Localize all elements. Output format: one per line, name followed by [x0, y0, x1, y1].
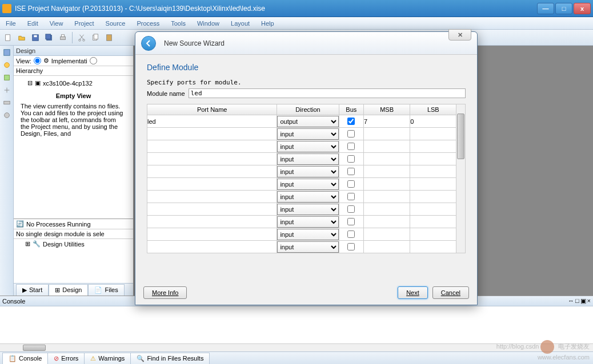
console-dock-icon[interactable]: ↔: [568, 297, 574, 305]
bus-checkbox[interactable]: [347, 243, 355, 250]
console-close-icon[interactable]: ×: [587, 297, 591, 305]
menu-layout[interactable]: Layout: [229, 19, 252, 28]
direction-cell[interactable]: outputinput: [277, 140, 339, 153]
bus-checkbox[interactable]: [347, 118, 355, 125]
port-name-cell[interactable]: led: [147, 115, 277, 128]
msb-cell[interactable]: [363, 228, 410, 241]
col-bus[interactable]: Bus: [339, 104, 363, 115]
direction-select[interactable]: outputinput: [277, 179, 338, 190]
lsb-cell[interactable]: [410, 165, 456, 178]
open-icon[interactable]: [16, 32, 27, 43]
save-icon[interactable]: [30, 32, 41, 43]
direction-select[interactable]: outputinput: [277, 153, 338, 165]
bus-checkbox[interactable]: [347, 155, 355, 163]
port-name-cell[interactable]: [147, 140, 277, 153]
console-hscroll-thumb[interactable]: [23, 345, 46, 351]
lsb-cell[interactable]: [410, 191, 456, 203]
port-name-cell[interactable]: [147, 228, 277, 241]
msb-cell[interactable]: [363, 216, 410, 228]
col-lsb[interactable]: LSB: [410, 104, 456, 115]
paste-icon[interactable]: [103, 32, 115, 43]
col-direction[interactable]: Direction: [277, 104, 339, 115]
port-name-cell[interactable]: [147, 128, 277, 140]
bus-cell[interactable]: [339, 178, 363, 191]
msb-cell[interactable]: [363, 153, 410, 165]
impl-radio[interactable]: [34, 57, 41, 64]
ctab-find[interactable]: 🔍Find in Files Results: [130, 353, 210, 364]
module-name-input[interactable]: [189, 88, 466, 98]
menu-project[interactable]: Project: [72, 19, 96, 28]
save-all-icon[interactable]: [43, 32, 55, 43]
port-name-cell[interactable]: [147, 153, 277, 165]
port-name-cell[interactable]: [147, 165, 277, 178]
bus-cell[interactable]: [339, 165, 363, 178]
left-tool-6[interactable]: [1, 110, 13, 121]
msb-cell[interactable]: [363, 191, 410, 203]
design-utilities-row[interactable]: ⊞ 🔧 Design Utilities: [14, 239, 133, 249]
left-tool-5[interactable]: [1, 97, 13, 108]
port-name-cell[interactable]: [147, 241, 277, 253]
print-icon[interactable]: [57, 32, 69, 43]
device-tree-item[interactable]: ⊟ ▣ xc3s100e-4cp132: [16, 78, 131, 88]
collapse-icon[interactable]: ⊟: [27, 79, 33, 87]
direction-cell[interactable]: outputinput: [277, 128, 339, 140]
msb-cell[interactable]: 7: [363, 115, 410, 128]
direction-cell[interactable]: outputinput: [277, 191, 339, 203]
wizard-close-button[interactable]: ✕: [448, 29, 471, 41]
col-port-name[interactable]: Port Name: [147, 104, 277, 115]
direction-cell[interactable]: outputinput: [277, 153, 339, 165]
left-tool-4[interactable]: [1, 84, 13, 96]
cancel-button[interactable]: Cancel: [432, 286, 469, 299]
port-name-cell[interactable]: [147, 216, 277, 228]
sim-radio[interactable]: [90, 57, 97, 64]
tab-files[interactable]: 📄Files: [88, 284, 124, 296]
ctab-errors[interactable]: ⊘Errors: [47, 353, 85, 364]
bus-cell[interactable]: [339, 153, 363, 165]
direction-cell[interactable]: outputinput: [277, 216, 339, 228]
ctab-warnings[interactable]: ⚠Warnings: [84, 353, 131, 364]
port-name-cell[interactable]: [147, 191, 277, 203]
direction-cell[interactable]: outputinput: [277, 115, 339, 128]
left-tool-3[interactable]: [1, 72, 13, 83]
bus-cell[interactable]: [339, 140, 363, 153]
maximize-button[interactable]: □: [555, 3, 572, 14]
tab-start[interactable]: ▶Start: [16, 284, 49, 296]
msb-cell[interactable]: [363, 140, 410, 153]
port-name-cell[interactable]: [147, 178, 277, 191]
bus-checkbox[interactable]: [347, 130, 355, 137]
msb-cell[interactable]: [363, 128, 410, 140]
direction-select[interactable]: outputinput: [277, 216, 338, 228]
direction-cell[interactable]: outputinput: [277, 178, 339, 191]
bus-cell[interactable]: [339, 228, 363, 241]
direction-cell[interactable]: outputinput: [277, 241, 339, 253]
table-vscrollbar[interactable]: [456, 104, 466, 253]
bus-cell[interactable]: [339, 115, 363, 128]
direction-select[interactable]: outputinput: [277, 204, 338, 215]
menu-edit[interactable]: Edit: [25, 19, 41, 28]
bus-checkbox[interactable]: [347, 180, 355, 188]
left-tool-2[interactable]: [1, 59, 13, 71]
bus-checkbox[interactable]: [347, 168, 355, 175]
lsb-cell[interactable]: [410, 140, 456, 153]
tab-design[interactable]: ⊞Design: [49, 284, 88, 296]
port-name-cell[interactable]: [147, 203, 277, 216]
menu-view[interactable]: View: [47, 19, 66, 28]
bus-cell[interactable]: [339, 241, 363, 253]
cut-icon[interactable]: [76, 32, 87, 43]
refresh-icon[interactable]: 🔄: [16, 220, 24, 228]
expand-icon[interactable]: ⊞: [25, 240, 30, 248]
msb-cell[interactable]: [363, 241, 410, 253]
msb-cell[interactable]: [363, 165, 410, 178]
bus-cell[interactable]: [339, 216, 363, 228]
console-max-icon[interactable]: ▣: [580, 297, 586, 305]
ctab-console[interactable]: 📋Console: [2, 353, 48, 364]
msb-cell[interactable]: [363, 178, 410, 191]
lsb-cell[interactable]: [410, 241, 456, 253]
console-restore-icon[interactable]: □: [575, 297, 579, 305]
direction-cell[interactable]: outputinput: [277, 203, 339, 216]
direction-select[interactable]: outputinput: [277, 141, 338, 152]
bus-checkbox[interactable]: [347, 193, 355, 200]
more-info-button[interactable]: More Info: [143, 286, 187, 299]
new-icon[interactable]: [2, 32, 14, 43]
wizard-back-button[interactable]: [141, 36, 156, 51]
